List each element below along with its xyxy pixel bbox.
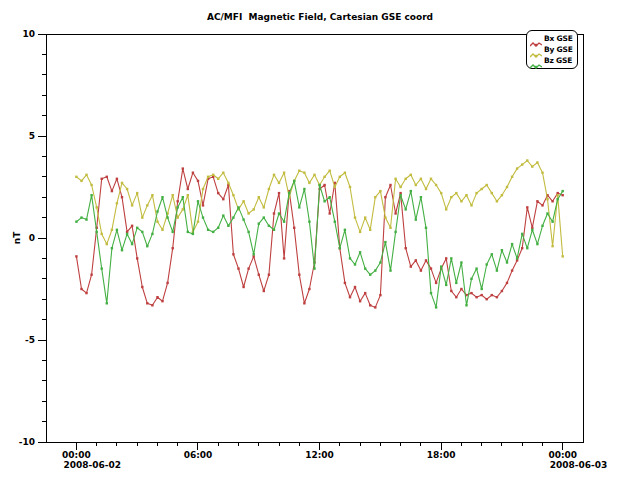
by-gse-marker bbox=[298, 170, 300, 172]
by-gse-marker bbox=[521, 163, 523, 165]
bz-gse-marker bbox=[258, 223, 260, 225]
bz-gse-marker bbox=[90, 194, 92, 196]
bz-gse-marker bbox=[116, 229, 118, 231]
bx-gse-marker bbox=[232, 253, 234, 255]
by-gse-marker bbox=[506, 186, 508, 188]
bx-gse-marker bbox=[481, 294, 483, 296]
bz-gse-marker bbox=[121, 249, 123, 251]
bz-gse-marker bbox=[298, 206, 300, 208]
bx-gse-marker bbox=[399, 192, 401, 194]
by-gse-marker bbox=[182, 208, 184, 210]
bx-gse-marker bbox=[121, 196, 123, 198]
by-gse-marker bbox=[121, 182, 123, 184]
bx-gse-marker bbox=[90, 274, 92, 276]
by-gse-marker bbox=[551, 245, 553, 247]
y-tick-label: -5 bbox=[25, 335, 35, 345]
bz-gse-marker bbox=[111, 247, 113, 249]
bx-gse-marker bbox=[298, 274, 300, 276]
bz-gse-marker bbox=[308, 221, 310, 223]
bz-gse-marker bbox=[526, 247, 528, 249]
bz-gse-marker bbox=[136, 227, 138, 229]
by-gse-marker bbox=[156, 221, 158, 223]
bx-gse-marker bbox=[521, 247, 523, 249]
by-gse-marker bbox=[278, 182, 280, 184]
x-tick-label: 00:00 bbox=[548, 450, 577, 460]
bx-gse-marker bbox=[202, 204, 204, 206]
bz-gse-marker bbox=[445, 284, 447, 286]
by-gse-marker bbox=[247, 212, 249, 214]
bz-gse-marker bbox=[217, 227, 219, 229]
y-tick-label: 5 bbox=[29, 131, 35, 141]
by-gse-marker bbox=[334, 186, 336, 188]
bz-gse-marker bbox=[318, 184, 320, 186]
bz-gse-marker bbox=[247, 231, 249, 233]
by-gse-marker bbox=[455, 192, 457, 194]
bz-gse-line bbox=[76, 181, 562, 308]
bz-gse-marker bbox=[141, 231, 143, 233]
by-gse-marker bbox=[273, 174, 275, 176]
by-gse-marker bbox=[562, 255, 564, 257]
bz-gse-marker bbox=[323, 200, 325, 202]
bx-gse-marker bbox=[141, 286, 143, 288]
bx-gse-marker bbox=[430, 267, 432, 269]
bz-gse-marker bbox=[242, 218, 244, 220]
bx-gse-marker bbox=[172, 247, 174, 249]
bx-gse-marker bbox=[111, 190, 113, 192]
by-gse-marker bbox=[232, 194, 234, 196]
bx-gse-marker bbox=[470, 292, 472, 294]
bx-gse-marker bbox=[278, 192, 280, 194]
bz-gse-marker bbox=[303, 188, 305, 190]
bz-gse-marker bbox=[177, 206, 179, 208]
bx-gse-marker bbox=[222, 198, 224, 200]
bx-gse-marker bbox=[329, 212, 331, 214]
by-gse-marker bbox=[425, 188, 427, 190]
bx-gse-marker bbox=[156, 296, 158, 298]
bz-gse-marker bbox=[172, 231, 174, 233]
bz-gse-marker bbox=[359, 251, 361, 253]
bz-gse-marker bbox=[496, 269, 498, 271]
bz-gse-marker bbox=[374, 269, 376, 271]
bz-gse-marker bbox=[75, 221, 77, 223]
by-gse-marker bbox=[546, 198, 548, 200]
chart-title: AC/MFI Magnetic Field, Cartesian GSE coo… bbox=[0, 12, 640, 22]
by-gse-marker bbox=[369, 229, 371, 231]
bz-gse-marker bbox=[339, 247, 341, 249]
by-gse-marker bbox=[202, 188, 204, 190]
x-date-label: 2008-06-03 bbox=[550, 460, 608, 470]
bz-gse-marker bbox=[450, 257, 452, 259]
bx-gse-marker bbox=[551, 200, 553, 202]
bz-gse-marker bbox=[293, 180, 295, 182]
by-gse-marker bbox=[242, 200, 244, 202]
by-gse-marker bbox=[531, 165, 533, 167]
by-gse-marker bbox=[420, 178, 422, 180]
bz-gse-marker bbox=[440, 265, 442, 267]
bz-gse-marker bbox=[212, 231, 214, 233]
x-tick-label: 12:00 bbox=[305, 450, 334, 460]
by-gse-marker bbox=[90, 184, 92, 186]
by-gse-marker bbox=[435, 184, 437, 186]
bx-gse-marker bbox=[242, 286, 244, 288]
bx-gse-marker bbox=[374, 306, 376, 308]
bz-gse-marker bbox=[101, 267, 103, 269]
by-gse-marker bbox=[308, 182, 310, 184]
legend-entry-bz: Bz GSE bbox=[530, 55, 575, 66]
bx-gse-marker bbox=[101, 178, 103, 180]
by-gse-marker bbox=[405, 178, 407, 180]
bx-gse-marker bbox=[308, 288, 310, 290]
bz-gse-marker bbox=[232, 216, 234, 218]
bz-gse-marker bbox=[227, 225, 229, 227]
by-gse-marker bbox=[410, 174, 412, 176]
x-tick-label: 18:00 bbox=[427, 450, 456, 460]
by-gse-marker bbox=[460, 200, 462, 202]
bz-gse-marker bbox=[85, 218, 87, 220]
bx-gse-marker bbox=[263, 290, 265, 292]
bz-gse-marker bbox=[465, 304, 467, 306]
by-gse-marker bbox=[379, 190, 381, 192]
by-gse-marker bbox=[80, 180, 82, 182]
bx-gse-marker bbox=[323, 184, 325, 186]
bz-gse-marker bbox=[222, 214, 224, 216]
bz-gse-marker bbox=[263, 216, 265, 218]
bz-gse-marker bbox=[415, 218, 417, 220]
bx-gse-marker bbox=[293, 227, 295, 229]
bx-gse-marker bbox=[247, 267, 249, 269]
